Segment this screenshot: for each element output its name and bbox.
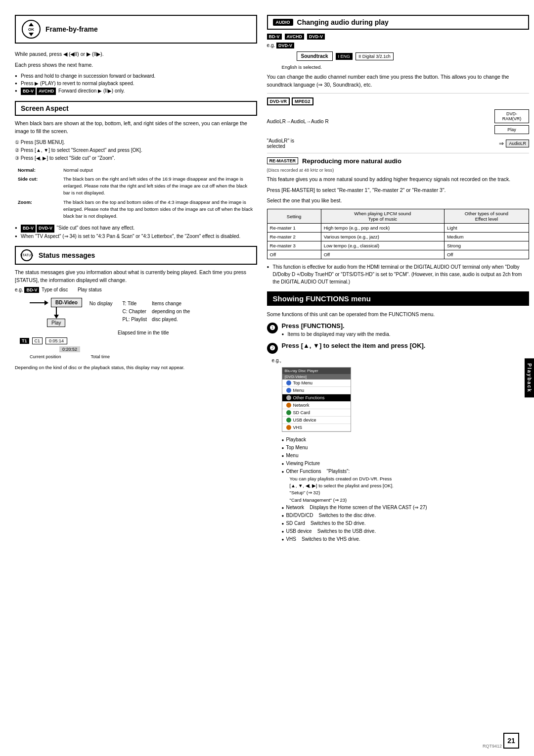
- remaster-table-head: Setting When playing LPCM soundType of m…: [267, 209, 529, 224]
- step2-container: ❷ Press [▲, ▼] to select the item and pr…: [267, 342, 529, 354]
- step2-text: Press [▲, ▼] to select the item and pres…: [282, 342, 426, 349]
- fn-playback: ● Playback: [282, 436, 529, 444]
- fn-network: ● Network Displays the Home screen of th…: [282, 504, 529, 512]
- frame-body2: Each press shows the next frame.: [15, 61, 257, 69]
- step1-container: ❶ Press [FUNCTIONS]. Items to be display…: [267, 322, 529, 338]
- step3: ③ Press [◀, ▶] to select "Side cut" or "…: [15, 154, 257, 162]
- frame-by-frame-title: Frame-by-frame: [45, 25, 98, 33]
- menu-item-other[interactable]: Other Functions: [282, 394, 351, 402]
- bd-video-box: BD-Video: [51, 298, 82, 307]
- menu-label-other: Other Functions: [293, 395, 325, 400]
- dot-other: ●: [282, 469, 284, 475]
- depending: depending on the: [152, 308, 190, 316]
- normal-desc: Normal output: [61, 166, 256, 174]
- rmoff-lpcm: Off: [321, 250, 444, 259]
- dot-menu: ●: [282, 453, 284, 460]
- th-setting: Setting: [267, 209, 321, 224]
- divider1: [267, 93, 529, 94]
- menu-item-menu[interactable]: Menu: [282, 387, 351, 394]
- screen-bullet-1: BD-VDVD-V "Side cut" does not have any e…: [15, 224, 257, 233]
- status-icon-label: STATUS: [20, 253, 34, 257]
- step1-text: Press [FUNCTIONS].: [282, 322, 391, 331]
- audio-lr-box: AudioLR: [506, 140, 529, 147]
- eng-badge: I ENG: [336, 53, 353, 60]
- th-other: Other types of soundEffect level: [444, 209, 529, 224]
- screen-aspect-title: Screen Aspect: [21, 104, 69, 112]
- menu-label-menu: Menu: [293, 388, 305, 393]
- screen-aspect-section: Screen Aspect: [15, 101, 257, 116]
- rm1-setting: Re-master 1: [267, 224, 321, 233]
- fn-other: ● Other Functions "Playlists":: [282, 468, 529, 475]
- remaster-bullets: This function is effective for audio fro…: [267, 263, 529, 285]
- menu-item-topmenu[interactable]: Top Menu: [282, 379, 351, 387]
- disc-played: disc played.: [152, 316, 190, 324]
- audio-body: You can change the audio channel number …: [267, 73, 529, 89]
- page-number: 21: [503, 733, 519, 749]
- audio-title-bar: AUDIO Changing audio during play: [267, 15, 529, 30]
- status-messages-title: Status messages: [39, 251, 95, 259]
- menu-item-sdcard[interactable]: SD Card: [282, 409, 351, 417]
- audio-diagram: AudioLR→AudioL→Audio R DVD-RAM(VR) Play: [267, 109, 529, 134]
- audio-lr-row: "AudioLR" isselected ⇒ AudioLR: [267, 138, 529, 149]
- menu-icon-usb: [286, 418, 291, 423]
- step1-content: Press [FUNCTIONS]. Items to be displayed…: [282, 322, 391, 338]
- menu-item-network[interactable]: Network: [282, 402, 351, 409]
- remaster-row-off: Off Off Off: [267, 250, 529, 259]
- reproducing-title: RE-MASTER Reproducing more natural audio: [267, 157, 529, 165]
- status-body: The status messages give you information…: [15, 269, 257, 284]
- step2-number: ❷: [267, 343, 278, 354]
- screen-aspect-steps: ① Press [SUB MENU]. ② Press [▲, ▼] to se…: [15, 139, 257, 162]
- dot-bddvdcd: ●: [282, 513, 284, 520]
- arrow-down-icon: [29, 33, 34, 36]
- dvdv-badge2: DVD-V: [37, 225, 54, 233]
- items-change-labels: Items change depending on the disc playe…: [152, 300, 190, 324]
- soundtrack-label: Soundtrack: [297, 51, 333, 61]
- rmoff-setting: Off: [267, 250, 321, 259]
- audio-title: Changing audio during play: [297, 18, 389, 26]
- fn-bddvdcd: ● BD/DVD/CD Switches to the disc drive.: [282, 512, 529, 520]
- bdv-badge2: BD-V: [21, 225, 36, 233]
- playback-sidebar: Playback: [525, 358, 534, 397]
- zoom-label: Zoom:: [16, 198, 60, 221]
- frame-bullet-1: Press and hold to change in succession f…: [15, 72, 257, 80]
- rm3-lpcm: Low tempo (e.g., classical): [321, 241, 444, 250]
- zoom-desc: The black bars on the top and bottom sid…: [61, 198, 256, 221]
- frame-bullet-3: BD-VAVCHD Forward direction ▶ (II▶) only…: [15, 87, 257, 95]
- screen-aspect-bullets: BD-VDVD-V "Side cut" does not have any e…: [15, 224, 257, 240]
- fn-usb2-label: USB device Switches to the USB drive.: [286, 527, 376, 535]
- fn-network-label: Network Displays the Home screen of the …: [286, 504, 427, 512]
- rm2-setting: Re-master 2: [267, 233, 321, 241]
- dvd-ram-box: DVD-RAM(VR): [494, 109, 529, 123]
- items-change: Items change: [152, 300, 190, 308]
- fn-usb2: ● USB device Switches to the USB drive.: [282, 527, 529, 535]
- rmoff-other: Off: [444, 250, 529, 259]
- audio-badges-row: BD-V AVCHD DVD-V: [267, 34, 529, 40]
- menu-item-vhs[interactable]: VHS: [282, 424, 351, 431]
- fn-sdcard2: ● SD Card Switches to the SD drive.: [282, 520, 529, 527]
- rm1-other: Light: [444, 224, 529, 233]
- status-messages-section: STATUS Status messages: [15, 246, 257, 265]
- menu-item-usb[interactable]: USB device: [282, 417, 351, 424]
- play-box: Play: [47, 319, 65, 327]
- play-dvd-box: Play: [494, 125, 529, 134]
- fn-vhs2: ● VHS Switches to the VHS drive.: [282, 535, 529, 543]
- step1-bullets: Items to be displayed may vary with the …: [282, 331, 391, 338]
- functions-title-bar: Showing FUNCTIONS menu: [267, 291, 529, 306]
- status-footer: Depending on the kind of disc or the pla…: [15, 364, 257, 371]
- side-cut-row: Side cut: The black bars on the right an…: [16, 175, 256, 197]
- current-position: Current position: [30, 354, 61, 359]
- functions-body: Some functions of this unit can be opera…: [267, 311, 529, 319]
- remaster-bullet-1: This function is effective for audio fro…: [267, 263, 529, 285]
- vert-line1: [56, 307, 57, 315]
- total-time: Total time: [91, 354, 110, 359]
- fn-playback-label: Playback: [286, 436, 306, 444]
- dvdv-audio-badge: DVD-V: [307, 34, 325, 40]
- type-of-disc: Type of disc: [42, 287, 68, 292]
- fn-viewing: ● Viewing Picture: [282, 460, 529, 468]
- remaster-badge: RE-MASTER: [267, 157, 299, 164]
- menu-subheader: [DVD-Video]: [282, 374, 351, 379]
- fn-vhs2-label: VHS Switches to the VHS drive.: [286, 535, 360, 543]
- menu-label-vhs: VHS: [293, 425, 303, 430]
- bdv-badge: BD-V: [21, 88, 36, 95]
- rm2-lpcm: Various tempos (e.g., jazz): [321, 233, 444, 241]
